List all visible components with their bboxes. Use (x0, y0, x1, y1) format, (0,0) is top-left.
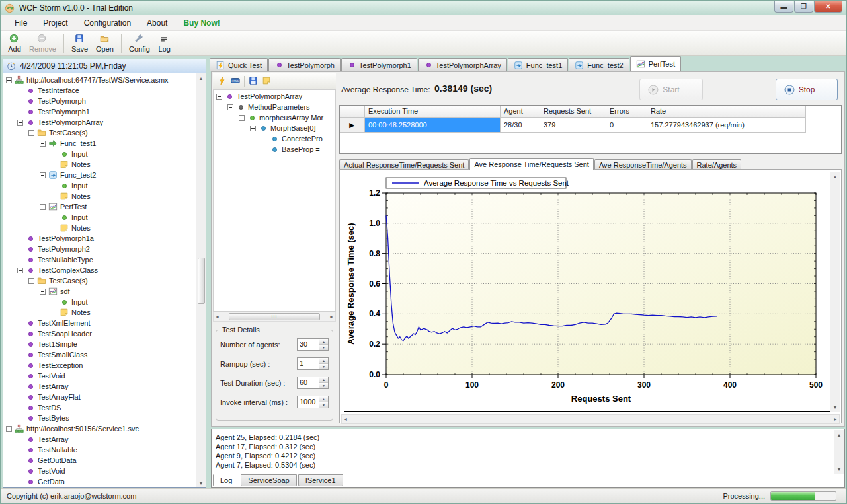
stepper-value[interactable]: 30 (297, 338, 319, 351)
tab-testpolymorph[interactable]: TestPolymorph (268, 58, 341, 71)
tree-item-input[interactable]: Input (3, 180, 195, 191)
scroll-right-icon[interactable]: ► (833, 417, 838, 421)
stepper-up-icon[interactable]: ▲ (319, 377, 328, 383)
stepper-value[interactable]: 60 (297, 377, 319, 389)
grid-col-header[interactable]: Execution Time (365, 106, 501, 118)
numeric-stepper[interactable]: 1000▲▼ (297, 396, 329, 408)
chart-tab-rate-agents[interactable]: Rate/Agents (692, 159, 742, 170)
stepper-value[interactable]: 1000 (297, 396, 319, 408)
grid-col-header[interactable]: Errors (606, 106, 647, 118)
chart-vscrollbar[interactable]: ▲ ▼ (830, 172, 840, 412)
tree-item-input[interactable]: Input (3, 212, 195, 223)
tree-item-perftest[interactable]: PerfTest (3, 201, 195, 212)
expander-icon[interactable] (40, 289, 46, 295)
menu-item-configuration[interactable]: Configuration (76, 16, 139, 30)
tree-item-testpolymorph1a[interactable]: TestPolymorph1a (3, 233, 195, 244)
menu-item-file[interactable]: File (7, 16, 35, 30)
log-vscrollbar[interactable]: ▲ ▼ (834, 430, 844, 474)
tab-testpolymorph1[interactable]: TestPolymorph1 (341, 58, 417, 71)
tree-item-testarray[interactable]: TestArray (3, 381, 195, 392)
scroll-up-icon[interactable]: ▲ (199, 73, 204, 83)
scroll-right-icon[interactable]: ► (329, 314, 334, 319)
tree-item-concretepro[interactable]: ConcretePro (214, 133, 335, 144)
config-button[interactable]: Config (125, 32, 154, 54)
chart-tab-actual-responsetime-requests-sent[interactable]: Actual ResponseTime/Requests Sent (339, 159, 469, 170)
explorer-scrollbar[interactable]: ▲ ▼ (196, 73, 206, 487)
tree-item-func-test2[interactable]: Func_test2 (3, 170, 195, 180)
tree-item-baseprop-[interactable]: BaseProp = (214, 144, 335, 155)
grid-cell[interactable]: 379 (540, 118, 606, 133)
tree-item-testnullable[interactable]: TestNullable (3, 445, 195, 455)
stepper-down-icon[interactable]: ▼ (319, 364, 328, 369)
stepper-value[interactable]: 1 (297, 357, 319, 370)
tree-item-testpolymorpharray[interactable]: TestPolymorphArray (214, 91, 335, 102)
tab-testpolymorpharray[interactable]: TestPolymorphArray (418, 58, 507, 71)
menu-item-project[interactable]: Project (35, 16, 75, 30)
tree-item-test1simple[interactable]: Test1Simple (3, 339, 195, 349)
expander-icon[interactable] (6, 426, 12, 432)
close-button[interactable]: ✕ (814, 1, 842, 13)
tree-item-testbytes[interactable]: TestBytes (3, 413, 195, 423)
tree-item-getoutdata[interactable]: GetOutData (3, 455, 195, 466)
tree-item-testarrayflat[interactable]: TestArrayFlat (3, 392, 195, 402)
tree-item-getdata[interactable]: GetData (3, 476, 195, 487)
tree-item-testsoapheader[interactable]: TestSoapHeader (3, 328, 195, 339)
tree-item-testinterface[interactable]: TestInterface (3, 85, 195, 96)
log-tab-servicesoap[interactable]: ServiceSoap (241, 474, 296, 486)
param-tool-html-chip-icon[interactable]: HTML (229, 75, 242, 88)
scroll-thumb[interactable] (198, 258, 205, 304)
minimize-button[interactable]: ▬ (774, 1, 793, 13)
param-tool-note-icon[interactable] (260, 75, 273, 88)
tree-item-testsmallclass[interactable]: TestSmallClass (3, 349, 195, 360)
numeric-stepper[interactable]: 30▲▼ (297, 338, 329, 351)
open-button[interactable]: Open (92, 32, 118, 54)
tree-item-http-localhost-50156-service1-svc[interactable]: http://localhost:50156/Service1.svc (3, 423, 195, 434)
tree-item-testcase-s-[interactable]: TestCase(s) (3, 127, 195, 138)
expander-icon[interactable] (227, 104, 233, 110)
tree-item-testds[interactable]: TestDS (3, 402, 195, 413)
scroll-up-icon[interactable]: ▲ (837, 430, 842, 439)
numeric-stepper[interactable]: 1▲▼ (297, 357, 329, 370)
scroll-thumb[interactable]: III (229, 313, 320, 320)
restore-button[interactable]: ❐ (794, 1, 813, 13)
tree-item-testexception[interactable]: TestException (3, 360, 195, 371)
tree-item-notes[interactable]: Notes (3, 191, 195, 201)
scroll-left-icon[interactable]: ◄ (215, 314, 220, 319)
param-tool-lightning-icon[interactable] (216, 75, 229, 88)
tab-perftest[interactable]: PerfTest (630, 56, 681, 71)
tree-item-func-test1[interactable]: Func_test1 (3, 138, 195, 149)
grid-col-header[interactable]: Rate (647, 106, 806, 118)
grid-cell[interactable]: 0 (606, 118, 647, 133)
tree-item-notes[interactable]: Notes (3, 223, 195, 233)
tree-item-morpheusarray-mor[interactable]: morpheusArray Mor (214, 112, 335, 123)
numeric-stepper[interactable]: 60▲▼ (297, 377, 329, 389)
tree-item-testpolymorph2[interactable]: TestPolymorph2 (3, 244, 195, 254)
expander-icon[interactable] (28, 130, 34, 136)
tree-item-methodparameters[interactable]: MethodParameters (214, 102, 335, 112)
tree-item-testxmlelement[interactable]: TestXmlElement (3, 318, 195, 328)
stepper-down-icon[interactable]: ▼ (319, 402, 328, 408)
tree-item-testnullabletype[interactable]: TestNullableType (3, 254, 195, 265)
tree-item-testarray[interactable]: TestArray (3, 434, 195, 445)
scroll-down-icon[interactable]: ▼ (837, 464, 842, 474)
tree-item-testcomplexclass[interactable]: TestComplexClass (3, 265, 195, 275)
parameters-hscrollbar[interactable]: ◄ III ► (213, 312, 336, 322)
stepper-down-icon[interactable]: ▼ (319, 345, 328, 350)
tree-item-testvoid[interactable]: TestVoid (3, 466, 195, 476)
scroll-left-icon[interactable]: ◄ (343, 417, 348, 421)
stepper-up-icon[interactable]: ▲ (319, 396, 328, 402)
grid-col-header[interactable]: Agent (501, 106, 540, 118)
table-row[interactable]: ▶00:00:48.252800028/303790157.2779434629… (340, 118, 841, 133)
tree-item-input[interactable]: Input (3, 297, 195, 307)
tree-item-input[interactable]: Input (3, 149, 195, 159)
scroll-down-icon[interactable]: ▼ (833, 402, 838, 412)
chart-tab-ave-responsetime-agents[interactable]: Ave ResponseTime/Agents (594, 159, 692, 170)
save-button[interactable]: Save (67, 32, 92, 54)
tree-item-notes[interactable]: Notes (3, 159, 195, 170)
expander-icon[interactable] (216, 94, 222, 100)
tree-item-testpolymorph1[interactable]: TestPolymorph1 (3, 106, 195, 117)
tree-item-notes[interactable]: Notes (3, 307, 195, 318)
param-tool-floppy-icon[interactable] (247, 75, 260, 88)
tree-item-testpolymorph[interactable]: TestPolymorph (3, 96, 195, 106)
expander-icon[interactable] (40, 204, 46, 210)
